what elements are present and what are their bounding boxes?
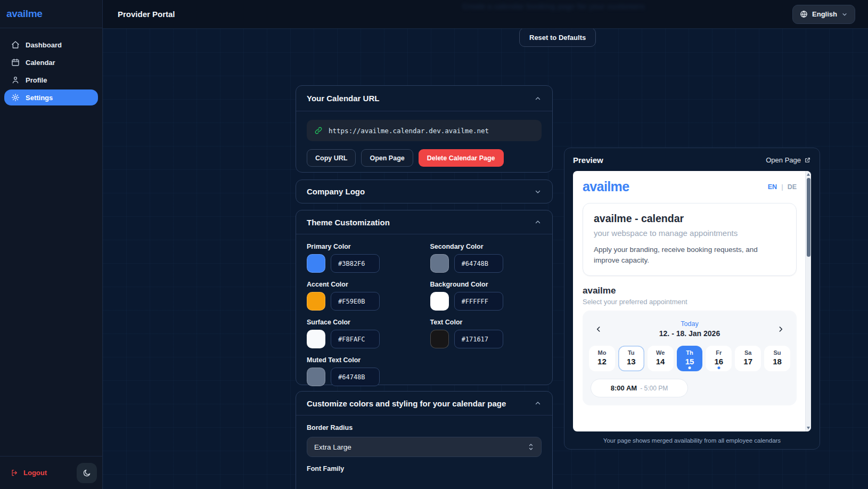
logout-button[interactable]: Logout bbox=[11, 469, 47, 477]
color-field-background: Background Color bbox=[430, 281, 542, 311]
styling-body: Border Radius Extra Large Font Family bbox=[296, 415, 552, 482]
hex-input[interactable] bbox=[331, 368, 380, 386]
calendar-url-text: https://availme.calendar.dev.availme.net bbox=[329, 127, 489, 135]
delete-calendar-page-button[interactable]: Delete Calendar Page bbox=[419, 149, 504, 167]
color-swatch[interactable] bbox=[307, 254, 325, 273]
color-swatch[interactable] bbox=[307, 330, 325, 348]
day-cell-su[interactable]: Su 18 bbox=[764, 346, 790, 371]
scrollbar-down-arrow[interactable] bbox=[807, 427, 810, 429]
color-field-accent: Accent Color bbox=[307, 281, 419, 311]
language-label: English bbox=[812, 10, 837, 18]
reset-to-defaults-button[interactable]: Reset to Defaults bbox=[519, 28, 596, 47]
language-selector[interactable]: English bbox=[792, 5, 855, 24]
chevron-up-icon bbox=[534, 218, 542, 226]
scrollbar-thumb[interactable] bbox=[807, 178, 810, 257]
day-number: 16 bbox=[706, 357, 732, 366]
border-radius-label: Border Radius bbox=[307, 424, 542, 431]
copy-url-button[interactable]: Copy URL bbox=[307, 149, 356, 167]
chevron-up-icon bbox=[534, 400, 542, 407]
preview-week-widget: Today 12. - 18. Jan 2026 Mo 12 Tu 13 bbox=[583, 311, 797, 405]
card-title: Customize colors and styling for your ca… bbox=[307, 399, 506, 408]
chevron-right-icon[interactable] bbox=[776, 325, 785, 333]
card-title: Company Logo bbox=[307, 187, 365, 196]
color-swatch[interactable] bbox=[430, 330, 449, 348]
hex-input[interactable] bbox=[331, 292, 380, 311]
calendar-url-actions: Copy URL Open Page Delete Calendar Page bbox=[307, 149, 542, 167]
color-field-text: Text Color bbox=[430, 319, 542, 348]
hex-input[interactable] bbox=[331, 254, 380, 273]
company-logo-card: Company Logo bbox=[296, 180, 553, 203]
today-link[interactable]: Today bbox=[659, 320, 720, 328]
day-number: 15 bbox=[677, 357, 703, 366]
border-radius-select[interactable]: Extra Large bbox=[307, 437, 542, 457]
preview-open-page-link[interactable]: Open Page bbox=[766, 156, 811, 164]
preview-language-switch: EN | DE bbox=[768, 183, 797, 191]
preview-hero-body: Apply your branding, receive booking req… bbox=[594, 244, 777, 265]
styling-header[interactable]: Customize colors and styling for your ca… bbox=[296, 392, 552, 415]
day-name: Sa bbox=[735, 349, 761, 356]
sidebar-item-settings[interactable]: Settings bbox=[4, 89, 98, 105]
field-label: Surface Color bbox=[307, 319, 419, 326]
color-field-secondary: Secondary Color bbox=[430, 243, 542, 273]
sidebar-item-label: Settings bbox=[26, 94, 53, 102]
day-cell-we[interactable]: We 14 bbox=[648, 346, 674, 371]
color-swatch[interactable] bbox=[430, 292, 449, 311]
day-cell-sa[interactable]: Sa 17 bbox=[735, 346, 761, 371]
day-cell-mo[interactable]: Mo 12 bbox=[589, 346, 615, 371]
hex-input[interactable] bbox=[331, 330, 380, 348]
day-number: 17 bbox=[735, 357, 761, 366]
calendar-url-header[interactable]: Your Calendar URL bbox=[296, 86, 552, 111]
preview-lang-separator: | bbox=[781, 183, 783, 191]
day-cell-th-selected[interactable]: Th 15 bbox=[677, 346, 703, 371]
card-title: Theme Customization bbox=[307, 218, 390, 227]
preview-header: Preview Open Page bbox=[573, 156, 811, 165]
card-title: Your Calendar URL bbox=[307, 94, 379, 103]
day-name: Tu bbox=[618, 349, 644, 356]
theme-customization-card: Theme Customization Primary Color Second… bbox=[296, 210, 553, 385]
calendar-url-card: Your Calendar URL https://availme.calend… bbox=[296, 85, 553, 173]
calendar-url-body: https://availme.calendar.dev.availme.net… bbox=[296, 111, 552, 176]
preview-brand-logo: availme bbox=[583, 179, 629, 194]
calendar-url-display[interactable]: https://availme.calendar.dev.availme.net bbox=[307, 120, 542, 141]
time-slot-pill[interactable]: 8:00 AM - 5:00 PM bbox=[591, 379, 688, 397]
company-logo-header[interactable]: Company Logo bbox=[296, 180, 552, 203]
link-icon bbox=[314, 126, 323, 135]
day-cell-tu[interactable]: Tu 13 bbox=[618, 346, 644, 371]
field-label: Secondary Color bbox=[430, 243, 542, 250]
sidebar-item-profile[interactable]: Profile bbox=[4, 72, 98, 88]
preview-lang-de[interactable]: DE bbox=[788, 183, 797, 191]
chevron-down-icon bbox=[841, 11, 848, 18]
chevron-up-icon bbox=[534, 95, 542, 102]
hex-input[interactable] bbox=[454, 254, 503, 273]
day-name: We bbox=[648, 349, 674, 356]
day-cell-fr[interactable]: Fr 16 bbox=[706, 346, 732, 371]
day-name: Th bbox=[677, 349, 703, 356]
font-family-label: Font Family bbox=[307, 465, 542, 472]
scrollbar-up-arrow[interactable] bbox=[807, 173, 810, 176]
day-name: Su bbox=[764, 349, 790, 356]
color-swatch[interactable] bbox=[307, 292, 325, 311]
color-swatch[interactable] bbox=[430, 254, 449, 273]
theme-fields-grid: Primary Color Secondary Color Accent Col… bbox=[296, 234, 552, 396]
logo-row: availme bbox=[0, 0, 102, 28]
app-window: availme Dashboard Calendar Profile bbox=[0, 0, 868, 489]
preview-lang-en[interactable]: EN bbox=[768, 183, 777, 191]
theme-customization-header[interactable]: Theme Customization bbox=[296, 210, 552, 234]
sidebar-item-calendar[interactable]: Calendar bbox=[4, 54, 98, 70]
hex-input[interactable] bbox=[454, 330, 503, 348]
color-swatch[interactable] bbox=[307, 368, 325, 386]
week-range: 12. - 18. Jan 2026 bbox=[659, 329, 720, 338]
dark-mode-toggle[interactable] bbox=[77, 463, 97, 483]
preview-title: Preview bbox=[573, 156, 603, 165]
preview-section-subtitle: Select your preferred appointment bbox=[583, 298, 797, 306]
color-field-muted-text: Muted Text Color bbox=[307, 356, 419, 386]
hex-input[interactable] bbox=[454, 292, 503, 311]
open-page-button[interactable]: Open Page bbox=[361, 149, 413, 167]
preview-scrollbar[interactable] bbox=[805, 171, 811, 431]
preview-hero-title: availme - calendar bbox=[594, 213, 785, 225]
sidebar-item-dashboard[interactable]: Dashboard bbox=[4, 37, 98, 53]
brand-logo: availme bbox=[6, 8, 43, 20]
open-page-label: Open Page bbox=[766, 156, 801, 164]
day-number: 13 bbox=[618, 357, 644, 366]
chevron-left-icon[interactable] bbox=[594, 325, 603, 333]
